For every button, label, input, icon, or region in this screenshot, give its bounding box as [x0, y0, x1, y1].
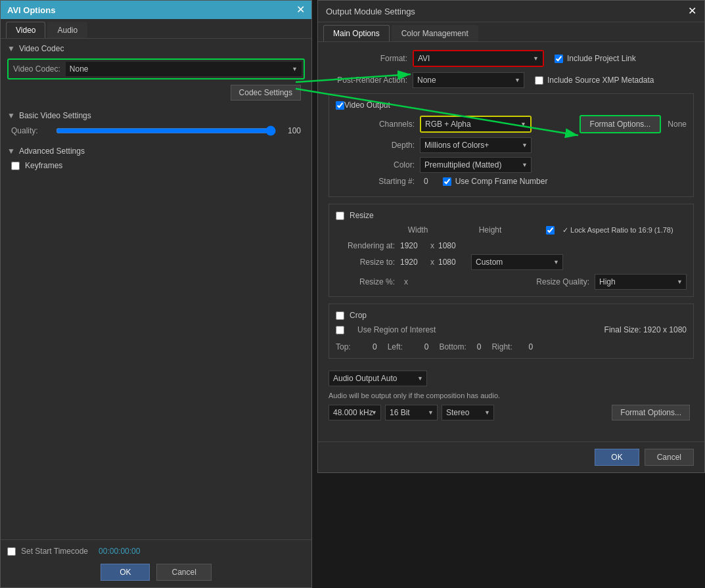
include-project-link-checkbox[interactable]: [555, 55, 563, 63]
height-col-header: Height: [474, 225, 507, 235]
crop-checkbox[interactable]: [336, 311, 344, 320]
right-label: Right:: [491, 342, 518, 351]
width-col-header: Width: [401, 225, 434, 235]
resize-to-h: 1080: [438, 258, 465, 267]
color-select[interactable]: Premultiplied (Matted) Straight (Unmatte…: [420, 157, 532, 173]
advanced-settings-label: Advanced Settings: [19, 147, 85, 156]
resize-quality-wrapper: High Medium Low: [595, 274, 687, 290]
lock-aspect-label: ✓ Lock Aspect Ratio to 16:9 (1.78): [562, 226, 673, 235]
keyframes-checkbox[interactable]: [11, 162, 20, 170]
resize-preset-select[interactable]: Custom 1920x1080 1280x720: [471, 254, 563, 270]
video-output-section: Video Output Channels: RGB + Alpha RGB A…: [329, 93, 694, 197]
basic-video-settings-header[interactable]: ▼ Basic Video Settings: [1, 106, 311, 125]
quality-slider[interactable]: [56, 125, 276, 136]
avi-cancel-button[interactable]: Cancel: [156, 564, 211, 581]
right-value: 0: [528, 342, 533, 351]
include-xmp-row: Include Source XMP Metadata: [535, 76, 654, 85]
use-roi-label: Use Region of Interest: [357, 325, 436, 334]
rendering-row: Rendering at: 1920 x 1080: [336, 241, 687, 250]
format-options-button[interactable]: Format Options...: [580, 115, 662, 133]
basic-video-label: Basic Video Settings: [19, 111, 91, 120]
codec-settings-button[interactable]: Codec Settings: [231, 85, 301, 101]
resize-x1: x: [430, 241, 434, 250]
video-output-header: Video Output: [336, 101, 687, 110]
avi-tab-bar: Video Audio: [1, 19, 311, 39]
depth-select[interactable]: Millions of Colors+ Millions of Colors: [420, 137, 532, 153]
resize-x2: x: [430, 258, 434, 267]
resize-to-label: Resize to:: [336, 258, 395, 267]
video-codec-arrow-icon: ▼: [7, 44, 15, 53]
post-render-row: Post-Render Action: None Include Source …: [329, 72, 694, 88]
audio-settings-row: 48.000 kHz 44.100 kHz 16 Bit 8 Bit Stere…: [329, 405, 694, 420]
depth-row: Depth: Millions of Colors+ Millions of C…: [336, 137, 687, 153]
format-label: Format:: [329, 54, 407, 63]
starting-value: 0: [424, 177, 428, 186]
resize-checkbox[interactable]: [336, 212, 344, 220]
avi-title: AVI Options: [7, 5, 55, 15]
quality-row: Quality: 100: [1, 125, 311, 136]
crop-section: Crop Use Region of Interest Final Size: …: [329, 304, 694, 359]
format-select[interactable]: AVI QuickTime H.264: [414, 51, 543, 66]
channel-label: Channels:: [336, 120, 415, 129]
audio-note: Audio will be output only if the composi…: [329, 392, 694, 399]
color-row: Color: Premultiplied (Matted) Straight (…: [336, 157, 687, 173]
rendering-label: Rendering at:: [336, 241, 395, 250]
top-value: 0: [373, 342, 377, 351]
use-comp-frame-checkbox[interactable]: [443, 177, 451, 186]
audio-output-row: Audio Output Auto Audio Output On Audio …: [329, 371, 694, 386]
left-label: Left:: [388, 342, 414, 351]
advanced-settings-header[interactable]: ▼ Advanced Settings: [1, 141, 311, 161]
post-render-select[interactable]: None: [413, 72, 524, 88]
channel-select[interactable]: RGB + Alpha RGB Alpha: [421, 117, 530, 131]
tab-audio[interactable]: Audio: [47, 22, 87, 38]
include-xmp-label: Include Source XMP Metadata: [547, 76, 654, 85]
khz-select[interactable]: 48.000 kHz 44.100 kHz: [329, 405, 381, 420]
output-cancel-button[interactable]: Cancel: [645, 449, 694, 466]
starting-label: Starting #:: [336, 177, 415, 186]
tab-video[interactable]: Video: [6, 22, 45, 38]
timecode-checkbox[interactable]: [7, 547, 16, 556]
tab-main-options[interactable]: Main Options: [323, 25, 390, 41]
stereo-wrapper: Stereo Mono: [442, 405, 494, 420]
video-codec-section-header[interactable]: ▼ Video Codec: [1, 39, 311, 58]
post-render-select-wrapper: None: [413, 72, 524, 88]
codec-row: Video Codec: None: [7, 58, 305, 79]
starting-row: Starting #: 0 Use Comp Frame Number: [336, 177, 687, 186]
none-label: None: [668, 120, 687, 129]
audio-section: Audio Output Auto Audio Output On Audio …: [329, 365, 694, 426]
output-ok-button[interactable]: OK: [595, 449, 639, 466]
avi-footer: Set Start Timecode 00:00:00:00 OK Cancel: [1, 539, 311, 587]
crop-fields: Use Region of Interest Final Size: 1920 …: [336, 325, 687, 351]
use-roi-checkbox[interactable]: [336, 326, 344, 334]
quality-label: Quality:: [11, 126, 51, 135]
lock-aspect-checkbox[interactable]: [546, 226, 555, 235]
top-label: Top:: [336, 342, 362, 351]
video-output-checkbox[interactable]: [336, 101, 344, 110]
final-size-label: Final Size: 1920 x 1080: [604, 325, 687, 334]
tab-color-management[interactable]: Color Management: [392, 25, 478, 41]
output-tab-bar: Main Options Color Management: [318, 22, 704, 42]
stereo-select[interactable]: Stereo Mono: [442, 405, 494, 420]
depth-label: Depth:: [336, 141, 415, 150]
avi-close-button[interactable]: ✕: [296, 5, 305, 15]
codec-select[interactable]: None: [66, 62, 302, 76]
advanced-arrow-icon: ▼: [7, 147, 15, 156]
resize-fields: Width Height ✓ Lock Aspect Ratio to 16:9…: [336, 225, 687, 290]
output-footer: OK Cancel: [318, 441, 704, 472]
bit-select[interactable]: 16 Bit 8 Bit: [385, 405, 438, 420]
resize-label: Resize: [350, 211, 374, 220]
resize-to-w: 1920: [400, 258, 426, 267]
resize-quality-select[interactable]: High Medium Low: [595, 274, 687, 290]
output-close-button[interactable]: ✕: [688, 6, 696, 16]
audio-output-select[interactable]: Audio Output Auto Audio Output On Audio …: [329, 371, 427, 386]
lock-aspect-row: ✓ Lock Aspect Ratio to 16:9 (1.78): [546, 226, 673, 235]
resize-quality-label: Resize Quality:: [536, 277, 589, 286]
audio-format-options-button[interactable]: Format Options...: [612, 405, 690, 420]
resize-section: Resize Width Height ✓ Lock Aspect Ratio …: [329, 204, 694, 297]
depth-select-wrapper: Millions of Colors+ Millions of Colors: [420, 137, 532, 153]
channel-select-wrapper: RGB + Alpha RGB Alpha: [420, 116, 532, 133]
video-output-label: Video Output: [344, 101, 390, 110]
include-project-link-label: Include Project Link: [567, 54, 636, 63]
avi-ok-button[interactable]: OK: [101, 564, 150, 581]
include-xmp-checkbox[interactable]: [535, 76, 543, 85]
